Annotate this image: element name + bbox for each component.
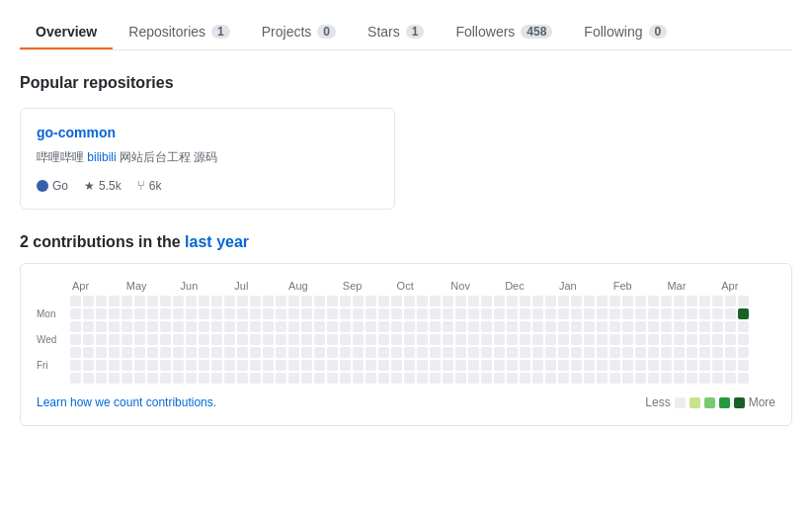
day-cell bbox=[584, 334, 595, 345]
day-cell bbox=[481, 334, 492, 345]
day-cell bbox=[378, 321, 389, 332]
week-col bbox=[160, 296, 171, 384]
repo-description: 哔哩哔哩 bilibili 网站后台工程 源码 bbox=[37, 148, 378, 166]
tab-following-label: Following bbox=[584, 24, 642, 40]
week-col bbox=[481, 296, 492, 384]
day-cell bbox=[661, 334, 672, 345]
week-col bbox=[404, 296, 415, 384]
day-cell bbox=[147, 360, 158, 371]
day-cell bbox=[622, 373, 633, 384]
tab-following[interactable]: Following 0 bbox=[568, 16, 683, 49]
day-cell bbox=[597, 347, 608, 358]
day-cell bbox=[468, 373, 479, 384]
day-cell bbox=[699, 347, 710, 358]
repo-name-link[interactable]: go-common bbox=[37, 125, 378, 140]
day-cell bbox=[674, 308, 685, 319]
day-cell bbox=[327, 347, 338, 358]
week-col bbox=[96, 296, 107, 384]
legend-cell-4 bbox=[734, 397, 745, 408]
day-cell bbox=[276, 308, 286, 319]
day-cell bbox=[224, 373, 235, 384]
day-cell bbox=[340, 347, 351, 358]
day-cell bbox=[96, 373, 107, 384]
learn-link[interactable]: Learn how we count contributions. bbox=[37, 395, 216, 409]
day-cell bbox=[263, 334, 274, 345]
day-cell bbox=[661, 296, 672, 306]
day-cell bbox=[622, 347, 633, 358]
day-cell bbox=[134, 296, 145, 306]
day-cell bbox=[186, 321, 197, 332]
month-label: Aug bbox=[288, 280, 343, 292]
contributions-section: 2 contributions in the last year AprMayJ… bbox=[20, 233, 792, 426]
day-cell bbox=[661, 321, 672, 332]
day-cell bbox=[558, 334, 569, 345]
day-cell bbox=[83, 360, 94, 371]
day-cell bbox=[96, 308, 107, 319]
day-cell bbox=[532, 373, 543, 384]
week-col bbox=[725, 296, 736, 384]
day-labels: MonWedFri bbox=[37, 296, 64, 384]
tab-overview[interactable]: Overview bbox=[20, 16, 113, 49]
tab-projects[interactable]: Projects 0 bbox=[246, 16, 352, 49]
day-cell bbox=[725, 347, 736, 358]
tab-overview-label: Overview bbox=[36, 24, 97, 40]
contributions-title-prefix: 2 contributions in the bbox=[20, 233, 185, 250]
day-cell bbox=[340, 296, 351, 306]
day-cell bbox=[635, 347, 646, 358]
day-cell bbox=[391, 308, 402, 319]
day-cell bbox=[276, 321, 286, 332]
day-cell bbox=[674, 360, 685, 371]
day-cell bbox=[70, 373, 81, 384]
tab-stars[interactable]: Stars 1 bbox=[352, 16, 440, 49]
tab-followers[interactable]: Followers 458 bbox=[440, 16, 568, 49]
day-cell bbox=[571, 360, 582, 371]
day-cell bbox=[391, 360, 402, 371]
day-cell bbox=[122, 296, 132, 306]
week-col bbox=[314, 296, 325, 384]
day-cell bbox=[648, 296, 659, 306]
day-cell bbox=[199, 334, 209, 345]
day-cell bbox=[532, 360, 543, 371]
day-cell bbox=[417, 334, 428, 345]
day-cell bbox=[391, 347, 402, 358]
day-label bbox=[37, 296, 64, 306]
day-cell bbox=[378, 347, 389, 358]
week-col bbox=[288, 296, 299, 384]
day-cell bbox=[211, 334, 222, 345]
day-cell bbox=[468, 321, 479, 332]
profile-nav: Overview Repositories 1 Projects 0 Stars… bbox=[20, 0, 792, 50]
day-cell bbox=[468, 360, 479, 371]
day-cell bbox=[687, 321, 697, 332]
day-cell bbox=[340, 360, 351, 371]
day-cell bbox=[443, 360, 453, 371]
day-cell bbox=[224, 308, 235, 319]
day-cell bbox=[301, 334, 312, 345]
week-col bbox=[455, 296, 466, 384]
day-cell bbox=[237, 360, 248, 371]
day-cell bbox=[211, 296, 222, 306]
day-label: Mon bbox=[37, 308, 64, 319]
day-cell bbox=[109, 347, 120, 358]
day-cell bbox=[725, 308, 736, 319]
week-col bbox=[494, 296, 505, 384]
week-col bbox=[584, 296, 595, 384]
tab-repositories[interactable]: Repositories 1 bbox=[113, 16, 246, 49]
day-cell bbox=[327, 373, 338, 384]
day-cell bbox=[494, 360, 505, 371]
day-cell bbox=[584, 321, 595, 332]
day-cell bbox=[712, 347, 723, 358]
day-cell bbox=[353, 296, 364, 306]
tab-followers-label: Followers bbox=[455, 24, 515, 40]
week-col bbox=[687, 296, 697, 384]
day-cell bbox=[430, 321, 441, 332]
day-cell bbox=[738, 347, 749, 358]
day-cell bbox=[250, 334, 261, 345]
day-cell bbox=[712, 334, 723, 345]
day-cell bbox=[481, 373, 492, 384]
day-cell bbox=[147, 347, 158, 358]
day-cell bbox=[391, 373, 402, 384]
day-cell bbox=[532, 321, 543, 332]
day-cell bbox=[699, 296, 710, 306]
week-col bbox=[622, 296, 633, 384]
week-col bbox=[391, 296, 402, 384]
